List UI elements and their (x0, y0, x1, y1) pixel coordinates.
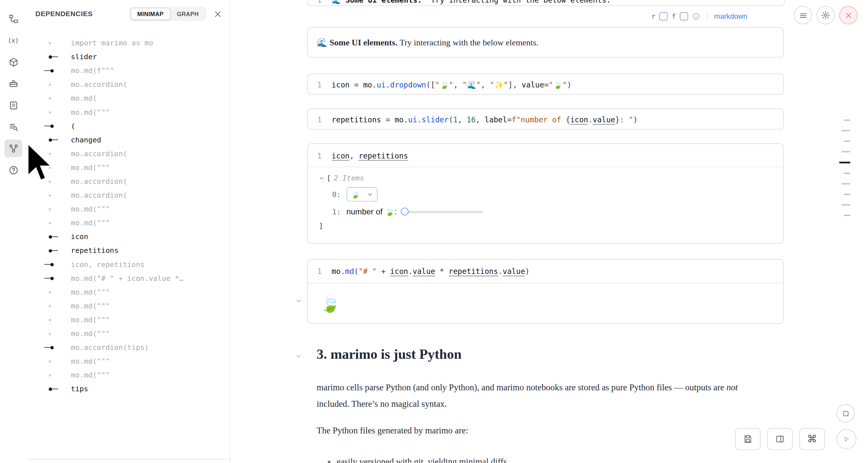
dep-row[interactable]: mo.md(f""" (27, 64, 230, 78)
panel-layout-icon (775, 434, 785, 444)
menu-button[interactable] (794, 6, 812, 25)
tree-index-0: 0: (332, 190, 341, 198)
close-x-icon (844, 11, 852, 20)
dep-row[interactable]: mo.md(""" (27, 354, 230, 368)
dep-row[interactable]: mo.md(""" (27, 368, 230, 382)
dep-row[interactable]: mo.accordion( (27, 188, 230, 202)
dep-row[interactable]: repetitions (27, 244, 230, 257)
cell-map-line[interactable] (844, 141, 850, 142)
dep-row[interactable]: mo.accordion( (27, 174, 230, 188)
keyboard-shortcuts-button[interactable]: ⌘ (799, 428, 825, 450)
panel-title: DEPENDENCIES (35, 10, 93, 18)
bullet-list: easily versioned with git, yielding mini… (317, 454, 763, 463)
dep-row[interactable]: mo.md( (27, 91, 230, 105)
dropdown-widget[interactable]: 🍃 (346, 187, 377, 202)
dep-row[interactable]: icon (27, 230, 230, 244)
dep-row[interactable]: tips (27, 382, 230, 396)
cell-map-line[interactable] (841, 204, 850, 205)
dep-label: mo.accordion( (71, 150, 127, 158)
dep-row[interactable]: slider (27, 50, 230, 64)
clipped-code-editor[interactable]: 1 🌊 Some UI elements. Try interacting wi… (307, 0, 785, 6)
settings-button[interactable] (816, 6, 835, 25)
packages-button[interactable] (4, 53, 22, 71)
variables-button[interactable]: (x) (4, 32, 22, 49)
cell-map-line[interactable] (844, 120, 850, 121)
square-icon (842, 409, 849, 417)
cell-map-line[interactable] (841, 130, 850, 131)
dep-marker-dot (43, 332, 62, 336)
open-bracket: [ (327, 174, 331, 182)
snippets-button[interactable] (4, 75, 22, 92)
dependencies-panel: DEPENDENCIES MINIMAP GRAPH import marimo… (27, 0, 230, 463)
cell-map-line[interactable] (841, 183, 850, 184)
tree-collapse-button[interactable] (319, 175, 324, 181)
slider-thumb[interactable] (401, 208, 409, 215)
dep-marker-def (43, 248, 62, 252)
notebook-column: 1 🌊 Some UI elements. Try interacting wi… (307, 0, 784, 463)
dep-row[interactable]: icon, repetitions (27, 257, 230, 271)
dep-row[interactable]: changed (27, 133, 230, 147)
dep-row[interactable]: mo.md(""" (27, 327, 230, 340)
top-right-actions (794, 6, 858, 25)
dep-row[interactable]: mo.md(""" (27, 160, 230, 174)
code-editor[interactable]: 1 icon, repetitions (308, 144, 783, 167)
dep-label: mo.accordion( (71, 191, 127, 199)
dep-row[interactable]: mo.md(""" (27, 105, 230, 119)
section-collapse-button[interactable] (295, 352, 302, 360)
tree-index-1: 1: (332, 208, 341, 216)
dep-marker-ref (43, 345, 62, 349)
cell-map-line[interactable] (844, 215, 850, 216)
code-editor[interactable]: 1 icon = mo.ui.dropdown(["🍃", "🌊", "✨"],… (308, 74, 783, 95)
layout-button[interactable] (767, 428, 793, 450)
reactive-checkbox[interactable] (659, 12, 668, 20)
format-checkbox[interactable] (680, 12, 688, 20)
cell-map-line[interactable] (841, 151, 850, 152)
dep-row[interactable]: mo.md(""" (27, 216, 230, 230)
toolbar-divider (707, 12, 708, 20)
dep-row[interactable]: mo.md(""" (27, 202, 230, 216)
hamburger-menu-icon (799, 11, 807, 20)
dep-marker-dot (43, 110, 62, 114)
shutdown-button[interactable] (839, 6, 858, 25)
dependencies-button[interactable] (4, 140, 22, 157)
cell-map-line[interactable] (844, 173, 850, 174)
file-explorer-button[interactable] (4, 10, 22, 28)
code-line: mo.md("# " + icon.value * repetitions.va… (332, 267, 530, 276)
variables-icon: (x) (8, 37, 19, 44)
dep-row[interactable]: mo.md(""" (27, 285, 230, 299)
tab-minimap[interactable]: MINIMAP (130, 8, 170, 20)
dep-row[interactable]: ( (27, 119, 230, 133)
cell-map-line[interactable] (839, 162, 850, 163)
format-config-label: f (672, 12, 676, 20)
dep-row[interactable]: mo.accordion( (27, 147, 230, 160)
code-line: icon, repetitions (332, 151, 408, 160)
code-editor[interactable]: 1 repetitions = mo.ui.slider(1, 16, labe… (308, 109, 783, 130)
dep-label: icon (71, 233, 88, 241)
chevron-down-icon (319, 175, 324, 181)
dep-row[interactable]: mo.accordion( (27, 78, 230, 91)
cell-collapse-button[interactable] (295, 297, 302, 305)
clipped-text-rest: Try interacting with the below elements. (422, 0, 611, 5)
dep-marker-dot (43, 290, 62, 294)
close-panel-button[interactable] (214, 9, 222, 18)
dep-row[interactable]: mo.md(""" (27, 313, 230, 327)
tab-graph[interactable]: GRAPH (170, 8, 206, 20)
dep-row[interactable]: import marimo as mo (27, 36, 230, 50)
code-editor[interactable]: 1 mo.md("# " + icon.value * repetitions.… (308, 260, 783, 283)
documentation-button[interactable] (4, 96, 22, 114)
scratchpad-button[interactable] (836, 404, 855, 423)
slider-label: number of 🍃: (346, 207, 397, 217)
info-button[interactable] (692, 12, 700, 20)
dep-row[interactable]: mo.md(""" (27, 299, 230, 313)
dep-label: mo.md(""" (71, 357, 110, 365)
language-toggle[interactable]: markdown (714, 12, 747, 20)
logs-button[interactable] (4, 118, 22, 136)
slider-widget[interactable] (401, 211, 483, 213)
save-button[interactable] (735, 428, 761, 450)
dep-row[interactable]: mo.md("# " + icon.value *… (27, 271, 230, 285)
dep-label: mo.md(""" (71, 219, 110, 227)
run-button[interactable] (836, 429, 857, 449)
dep-row[interactable]: mo.accordion(tips) (27, 340, 230, 354)
help-button[interactable] (4, 161, 22, 179)
cell-map-line[interactable] (844, 194, 850, 195)
